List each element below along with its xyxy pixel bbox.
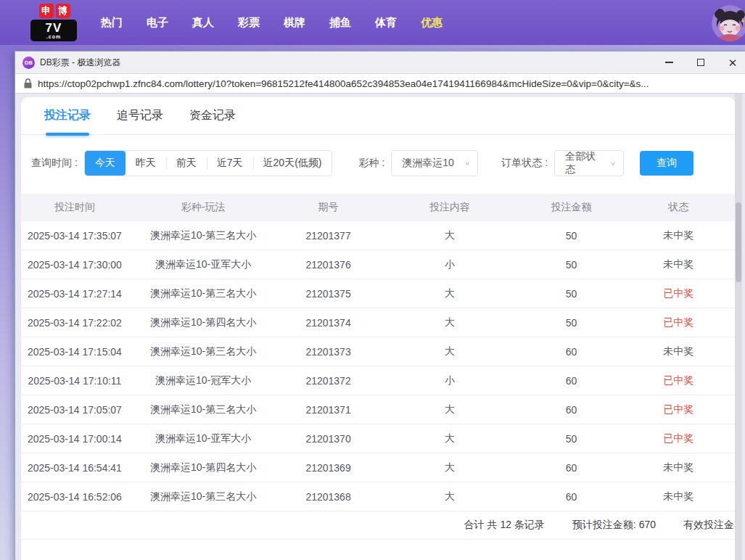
cell-game-play: 澳洲幸运10-第三名大小	[128, 287, 279, 300]
ssl-lock-icon	[24, 78, 32, 88]
lottery-filter-label: 彩种 :	[358, 157, 384, 170]
avatar[interactable]	[712, 5, 745, 41]
scrollbar-thumb[interactable]	[736, 202, 741, 282]
main-menu: 热门电子真人彩票棋牌捕鱼体育优惠	[99, 16, 445, 30]
cell-bet-amount: 50	[521, 288, 621, 300]
cell-bet-time: 2025-03-14 17:10:11	[21, 375, 128, 387]
table-row: 2025-03-14 16:54:41澳洲幸运10-第四名大小21201369大…	[21, 453, 736, 482]
nav-item-5[interactable]: 棋牌	[281, 16, 308, 30]
cell-game-play: 澳洲幸运10-第三名大小	[128, 490, 279, 503]
column-header: 期号	[279, 201, 379, 214]
summary-valid-amount: 有效投注金额	[683, 519, 736, 532]
nav-item-8[interactable]: 优惠	[419, 16, 445, 30]
time-option-1[interactable]: 今天	[85, 151, 125, 176]
nav-item-7[interactable]: 体育	[373, 16, 399, 30]
tab-3[interactable]: 资金记录	[189, 108, 236, 134]
cell-game-play: 澳洲幸运10-第三名大小	[128, 229, 279, 242]
lottery-select[interactable]: 澳洲幸运10 ∨	[391, 150, 478, 176]
cell-bet-time: 2025-03-14 17:35:07	[21, 230, 128, 242]
address-bar[interactable]: https://ctop02pchwp1.zfnc84.com/lottery/…	[15, 73, 745, 94]
order-status-select[interactable]: 全部状态 ∨	[554, 150, 624, 176]
minimize-icon	[665, 62, 673, 63]
url-text[interactable]: https://ctop02pchwp1.zfnc84.com/lottery/…	[38, 78, 649, 89]
cell-bet-time: 2025-03-14 16:54:41	[21, 462, 128, 474]
browser-window: DB DB彩票 - 极速浏览器 ✕ https://ctop02pchwp1.z…	[15, 51, 745, 560]
logo-badge-shen: 申	[39, 4, 54, 18]
cell-issue-number: 21201377	[279, 230, 379, 242]
cell-bet-content: 大	[378, 345, 521, 358]
site-logo[interactable]: 申 博 7V .com	[30, 4, 78, 41]
nav-item-1[interactable]: 热门	[99, 16, 125, 30]
cell-bet-amount: 50	[521, 433, 621, 445]
bet-records-table: 投注时间彩种-玩法期号投注内容投注金额状态 2025-03-14 17:35:0…	[21, 194, 736, 540]
cell-game-play: 澳洲幸运10-亚军大小	[128, 432, 279, 445]
window-title: DB彩票 - 极速浏览器	[40, 57, 120, 69]
nav-item-2[interactable]: 电子	[144, 16, 170, 30]
logo-sub-text: .com	[46, 34, 61, 39]
page-viewport: 投注记录追号记录资金记录 查询时间 : 今天昨天前天近7天近20天(低频) 彩种…	[15, 94, 745, 560]
tab-1[interactable]: 投注记录	[44, 108, 91, 134]
cell-bet-amount: 60	[521, 404, 621, 416]
time-option-5[interactable]: 近20天(低频)	[253, 151, 332, 176]
time-filter-label: 查询时间 :	[31, 157, 78, 170]
close-icon: ✕	[728, 57, 738, 68]
cell-bet-content: 大	[378, 287, 521, 300]
nav-item-3[interactable]: 真人	[190, 16, 216, 30]
time-option-2[interactable]: 昨天	[125, 151, 166, 176]
minimize-button[interactable]	[653, 52, 685, 73]
table-header-row: 投注时间彩种-玩法期号投注内容投注金额状态	[21, 194, 736, 221]
cell-bet-content: 大	[378, 403, 521, 416]
chevron-down-icon: ∨	[610, 160, 616, 167]
time-option-3[interactable]: 前天	[166, 151, 207, 176]
cell-bet-time: 2025-03-14 17:05:07	[21, 404, 128, 416]
cell-issue-number: 21201370	[279, 433, 379, 445]
lottery-select-value: 澳洲幸运10	[402, 157, 454, 170]
vertical-scrollbar[interactable]	[735, 94, 742, 560]
table-row: 2025-03-14 17:30:00澳洲幸运10-亚军大小21201376小5…	[21, 250, 736, 279]
cell-game-play: 澳洲幸运10-冠军大小	[128, 374, 279, 387]
column-header: 投注金额	[521, 201, 621, 214]
cell-status: 未中奖	[621, 229, 736, 242]
cell-status: 未中奖	[621, 258, 736, 271]
cell-issue-number: 21201372	[279, 375, 379, 387]
time-option-4[interactable]: 近7天	[207, 151, 253, 176]
cell-issue-number: 21201374	[279, 317, 379, 329]
tab-2[interactable]: 追号记录	[117, 108, 163, 134]
nav-item-4[interactable]: 彩票	[236, 16, 262, 30]
cell-bet-content: 大	[378, 229, 521, 242]
cell-status: 已中奖	[621, 374, 736, 387]
cell-bet-time: 2025-03-14 17:27:14	[21, 288, 128, 300]
summary-total-records: 合计 共 12 条记录	[464, 519, 545, 532]
logo-badges: 申 博	[30, 4, 78, 18]
cell-bet-amount: 60	[521, 375, 621, 387]
cell-issue-number: 21201371	[279, 404, 379, 416]
cell-bet-amount: 50	[521, 259, 621, 271]
search-button[interactable]: 查询	[640, 151, 693, 176]
cell-status: 已中奖	[621, 287, 736, 300]
summary-expected-amount: 预计投注金额: 670	[572, 519, 656, 532]
maximize-icon	[697, 59, 704, 66]
maximize-button[interactable]	[685, 52, 717, 73]
table-row: 2025-03-14 17:05:07澳洲幸运10-第三名大小21201371大…	[21, 395, 736, 424]
cell-status: 已中奖	[621, 316, 736, 329]
table-row: 2025-03-14 17:00:14澳洲幸运10-亚军大小21201370大5…	[21, 424, 736, 453]
cell-status: 未中奖	[621, 461, 736, 474]
cell-status: 未中奖	[621, 345, 736, 358]
logo-7v: 7V .com	[30, 20, 77, 41]
table-row: 2025-03-14 17:15:04澳洲幸运10-第三名大小21201373大…	[21, 337, 736, 366]
logo-main-text: 7V	[46, 22, 62, 34]
cell-status: 未中奖	[621, 490, 736, 503]
close-button[interactable]: ✕	[717, 52, 745, 73]
table-summary-row: 合计 共 12 条记录 预计投注金额: 670 有效投注金额	[21, 511, 736, 540]
filter-bar: 查询时间 : 今天昨天前天近7天近20天(低频) 彩种 : 澳洲幸运10 ∨ 订…	[31, 150, 736, 176]
cell-bet-content: 大	[378, 461, 521, 474]
window-titlebar[interactable]: DB DB彩票 - 极速浏览器 ✕	[15, 52, 745, 73]
cell-game-play: 澳洲幸运10-亚军大小	[128, 258, 279, 271]
cell-bet-content: 小	[378, 258, 521, 271]
nav-item-6[interactable]: 捕鱼	[327, 16, 353, 30]
browser-favicon: DB	[22, 57, 35, 69]
cell-issue-number: 21201373	[279, 346, 379, 358]
cell-bet-amount: 60	[521, 491, 621, 503]
cell-bet-amount: 50	[521, 317, 621, 329]
cell-game-play: 澳洲幸运10-第四名大小	[128, 461, 279, 474]
